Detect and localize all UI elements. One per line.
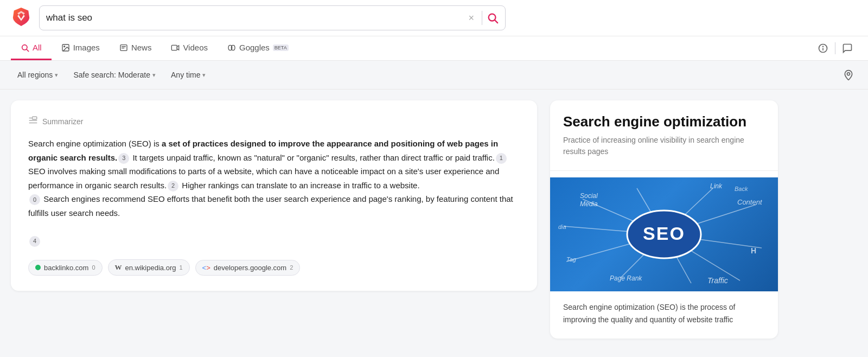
time-label: Any time	[171, 71, 200, 79]
source-chip-google[interactable]: <> developers.google.com 2	[195, 260, 301, 276]
svg-text:Tag: Tag	[566, 256, 577, 263]
clear-button[interactable]: ×	[465, 12, 477, 24]
svg-line-3	[27, 49, 29, 52]
feedback-button[interactable]	[838, 39, 857, 58]
knowledge-card: Search engine optimization Practice of i…	[550, 100, 778, 339]
cite-badge-4[interactable]: 4	[29, 236, 40, 247]
google-num: 2	[290, 264, 293, 271]
seo-diagram-svg: SEO Social Media Link Back Content dia T…	[550, 177, 778, 291]
time-chevron-icon: ▾	[202, 72, 206, 79]
knowledge-divider	[550, 170, 778, 171]
safe-search-filter[interactable]: Safe search: Moderate ▾	[67, 67, 162, 82]
backlinko-num: 0	[92, 264, 95, 271]
tab-images[interactable]: Images	[52, 36, 110, 60]
nav-tabs: All Images News Videos Goggles BETA	[0, 36, 868, 61]
brave-logo	[11, 7, 31, 29]
backlinko-label: backlinko.com	[44, 264, 88, 272]
knowledge-card-header: Search engine optimization Practice of i…	[550, 100, 778, 164]
summarizer-text-4: Higher rankings can translate to an incr…	[180, 181, 419, 190]
summarizer-header: Summarizer	[28, 116, 520, 127]
regions-filter[interactable]: All regions ▾	[11, 67, 65, 82]
summarizer-text-intro: Search engine optimization (SEO) is	[28, 139, 162, 148]
safe-search-label: Safe search: Moderate	[73, 71, 150, 79]
left-column: Summarizer Search engine optimization (S…	[11, 100, 537, 339]
knowledge-subtitle: Practice of increasing online visibility…	[563, 135, 765, 157]
source-chip-wikipedia[interactable]: W en.wikipedia.org 1	[108, 259, 190, 276]
knowledge-image: SEO Social Media Link Back Content dia T…	[550, 177, 778, 291]
svg-text:Media: Media	[580, 200, 598, 208]
tab-images-label: Images	[73, 43, 100, 52]
regions-label: All regions	[17, 71, 53, 79]
wikipedia-icon: W	[115, 263, 122, 272]
svg-text:Traffic: Traffic	[707, 276, 728, 285]
svg-point-5	[63, 46, 65, 47]
clear-icon: ×	[468, 12, 474, 24]
time-filter[interactable]: Any time ▾	[164, 67, 212, 82]
summarizer-text-2: It targets unpaid traffic, known as "nat…	[130, 153, 495, 162]
knowledge-description: Search engine optimization (SEO) is the …	[563, 301, 765, 326]
knowledge-card-body: Search engine optimization (SEO) is the …	[550, 291, 778, 339]
images-tab-icon	[61, 43, 70, 52]
tab-all-label: All	[33, 43, 42, 52]
google-icon: <>	[202, 264, 210, 272]
safe-search-chevron-icon: ▾	[152, 72, 156, 79]
search-tab-icon	[21, 43, 29, 52]
nav-divider	[835, 42, 835, 54]
svg-text:Content: Content	[737, 198, 763, 206]
goggles-beta-badge: BETA	[273, 44, 289, 51]
search-input[interactable]	[46, 12, 465, 23]
cite-badge-3[interactable]: 3	[118, 153, 129, 164]
location-button[interactable]	[840, 66, 857, 84]
svg-text:Page Rank: Page Rank	[610, 275, 642, 282]
right-column: Search engine optimization Practice of i…	[550, 100, 778, 339]
info-icon	[818, 43, 828, 54]
regions-chevron-icon: ▾	[55, 72, 58, 79]
svg-line-1	[495, 20, 497, 23]
location-icon	[843, 69, 854, 80]
search-bar: ×	[39, 5, 506, 30]
svg-point-14	[847, 73, 850, 75]
main-content: Summarizer Search engine optimization (S…	[0, 90, 868, 349]
search-submit-button[interactable]	[487, 12, 499, 24]
tab-goggles[interactable]: Goggles BETA	[218, 36, 298, 60]
search-bar-divider	[482, 11, 482, 25]
svg-rect-9	[172, 45, 177, 50]
info-button[interactable]	[813, 39, 833, 58]
source-chips: backlinko.com 0 W en.wikipedia.org 1 <> …	[28, 259, 520, 276]
tab-news[interactable]: News	[110, 36, 162, 60]
tab-videos[interactable]: Videos	[161, 36, 218, 60]
summarizer-icon	[28, 116, 38, 127]
source-chip-backlinko[interactable]: backlinko.com 0	[28, 260, 103, 276]
feedback-icon	[842, 43, 853, 54]
seo-image-content: SEO Social Media Link Back Content dia T…	[550, 177, 778, 291]
wikipedia-label: en.wikipedia.org	[125, 264, 176, 272]
svg-marker-10	[177, 46, 179, 50]
tab-all[interactable]: All	[11, 36, 52, 60]
summarizer-text-5: Search engines recommend SEO efforts tha…	[28, 194, 513, 218]
backlinko-dot	[35, 265, 41, 270]
svg-text:Link: Link	[710, 182, 723, 190]
goggles-tab-icon	[227, 43, 236, 52]
tab-news-label: News	[131, 43, 152, 52]
cite-badge-1[interactable]: 1	[496, 153, 507, 164]
tab-videos-label: Videos	[183, 43, 208, 52]
filters-bar: All regions ▾ Safe search: Moderate ▾ An…	[0, 61, 868, 90]
wikipedia-num: 1	[179, 264, 182, 271]
svg-text:Social: Social	[580, 192, 598, 200]
svg-rect-18	[33, 117, 37, 119]
summarizer-card: Summarizer Search engine optimization (S…	[11, 100, 537, 291]
svg-text:Back: Back	[735, 186, 748, 192]
summarizer-label: Summarizer	[42, 117, 83, 126]
search-icon	[487, 12, 499, 24]
svg-text:dia: dia	[558, 224, 566, 230]
top-bar: ×	[0, 0, 868, 36]
news-tab-icon	[119, 43, 128, 52]
google-label: developers.google.com	[214, 264, 286, 272]
summarizer-body: Search engine optimization (SEO) is a se…	[28, 137, 520, 247]
cite-badge-0[interactable]: 0	[29, 194, 40, 205]
svg-text:H: H	[751, 246, 756, 255]
cite-badge-2[interactable]: 2	[168, 181, 178, 192]
tab-goggles-label: Goggles	[239, 43, 270, 52]
videos-tab-icon	[171, 43, 180, 52]
knowledge-title: Search engine optimization	[563, 113, 765, 130]
